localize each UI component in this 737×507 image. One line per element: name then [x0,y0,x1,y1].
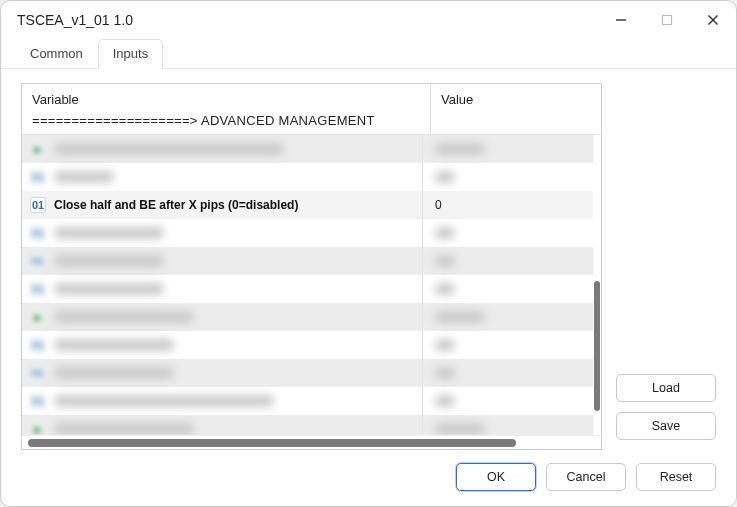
number-icon: 01 [30,169,46,185]
variable-label [54,339,174,351]
value-cell [435,171,455,183]
window-title: TSCEA_v1_01 1.0 [17,12,133,28]
close-button[interactable] [690,1,736,39]
value-cell [435,395,455,407]
table-body: ▶ 01 01Close half and BE after X pips (0… [22,135,601,435]
table-row[interactable]: 01 [22,247,593,275]
section-heading: ====================> ADVANCED MANAGEMEN… [32,107,420,128]
flag-icon: ▶ [30,309,46,325]
maximize-button[interactable] [644,1,690,39]
table-row[interactable]: 01 [22,387,593,415]
column-header-variable[interactable]: Variable ====================> ADVANCED … [22,84,431,134]
value-cell [435,367,455,379]
tab-common[interactable]: Common [15,39,98,69]
variable-label: Close half and BE after X pips (0=disabl… [54,198,298,212]
value-cell[interactable]: 0 [435,198,442,212]
number-icon: 01 [30,393,46,409]
variable-label [54,283,164,295]
variable-label [54,395,274,407]
flag-icon: ▶ [30,421,46,435]
value-cell [435,143,485,155]
table-row[interactable]: 01 [22,359,593,387]
horizontal-scrollbar[interactable] [22,435,601,449]
flag-icon: ▶ [30,141,46,157]
value-cell [435,227,455,239]
number-icon: 01 [30,281,46,297]
number-icon: 01 [30,365,46,381]
minimize-button[interactable] [598,1,644,39]
reset-button[interactable]: Reset [636,463,716,491]
column-header-value[interactable]: Value [431,84,601,134]
vertical-scrollbar-thumb[interactable] [594,281,600,411]
save-button[interactable]: Save [616,412,716,440]
value-cell [435,283,455,295]
dialog-window: TSCEA_v1_01 1.0 Common Inputs Variable =… [0,0,737,507]
table-header: Variable ====================> ADVANCED … [22,84,601,135]
tab-inputs[interactable]: Inputs [98,39,163,69]
content-area: Variable ====================> ADVANCED … [1,69,736,460]
variable-label [54,311,194,323]
dialog-button-row: OK Cancel Reset [1,460,736,506]
number-icon: 01 [30,253,46,269]
table-row[interactable]: 01 [22,219,593,247]
load-button[interactable]: Load [616,374,716,402]
variable-label [54,423,194,435]
maximize-icon [661,14,673,26]
variable-label [54,367,174,379]
vertical-scrollbar[interactable] [593,135,601,435]
ok-button[interactable]: OK [456,463,536,491]
titlebar: TSCEA_v1_01 1.0 [1,1,736,39]
column-header-variable-label: Variable [32,92,420,107]
table-row[interactable]: 01 [22,163,593,191]
table-row[interactable]: ▶ [22,415,593,435]
table-row[interactable]: 01Close half and BE after X pips (0=disa… [22,191,593,219]
number-icon: 01 [30,197,46,213]
tab-bar: Common Inputs [1,39,736,69]
table-row[interactable]: ▶ [22,303,593,331]
value-cell [435,339,455,351]
table-row[interactable]: ▶ [22,135,593,163]
inputs-table: Variable ====================> ADVANCED … [21,83,602,450]
value-cell [435,423,485,435]
horizontal-scrollbar-thumb[interactable] [28,439,516,447]
variable-label [54,227,164,239]
number-icon: 01 [30,225,46,241]
variable-label [54,171,114,183]
variable-label [54,255,164,267]
table-rows: ▶ 01 01Close half and BE after X pips (0… [22,135,593,435]
variable-label [54,143,284,155]
table-row[interactable]: 01 [22,331,593,359]
value-cell [435,255,455,267]
table-row[interactable]: 01 [22,275,593,303]
cancel-button[interactable]: Cancel [546,463,626,491]
side-button-column: Load Save [616,83,716,450]
minimize-icon [615,14,627,26]
number-icon: 01 [30,337,46,353]
value-cell [435,311,485,323]
close-icon [707,14,719,26]
svg-rect-1 [663,16,672,25]
